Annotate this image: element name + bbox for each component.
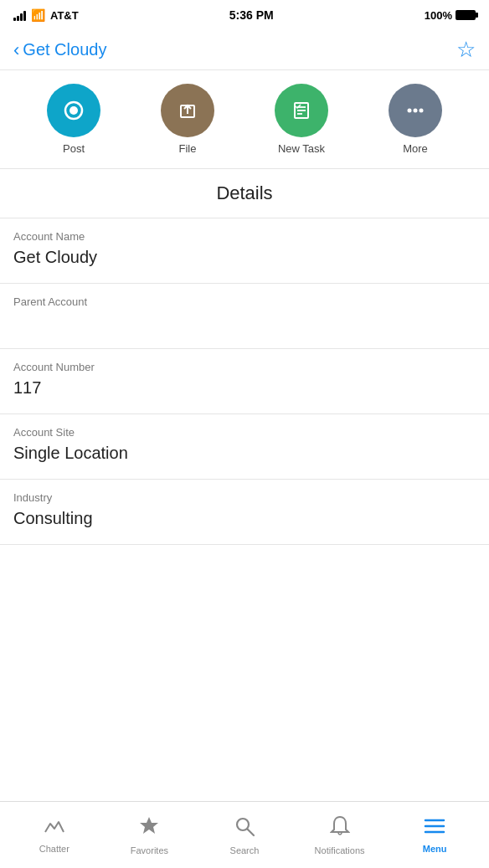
account-name-value: Get Cloudy	[13, 248, 476, 271]
file-circle-icon	[161, 84, 214, 137]
favorites-label: Favorites	[131, 845, 168, 855]
svg-line-13	[247, 829, 254, 835]
content-area: Details Account Name Get Cloudy Parent A…	[0, 169, 489, 612]
back-button[interactable]: ‹ Get Cloudy	[13, 40, 106, 59]
tab-notifications[interactable]: Notifications	[292, 815, 388, 855]
tab-search[interactable]: Search	[197, 815, 292, 855]
account-number-field: Account Number 117	[0, 349, 489, 414]
nav-bar: ‹ Get Cloudy ☆	[0, 30, 489, 70]
file-label: File	[179, 142, 197, 155]
wifi-icon: 📶	[31, 8, 45, 22]
battery-percent: 100%	[425, 9, 452, 22]
account-number-label: Account Number	[13, 361, 476, 373]
more-circle-icon	[389, 84, 442, 137]
industry-field: Industry Consulting	[0, 480, 489, 545]
more-label: More	[403, 142, 428, 155]
svg-point-10	[420, 109, 424, 113]
tab-chatter[interactable]: Chatter	[7, 817, 102, 854]
notifications-label: Notifications	[315, 845, 365, 855]
battery-icon	[456, 10, 476, 20]
more-svg-icon	[402, 97, 429, 124]
status-time: 5:36 PM	[229, 8, 274, 22]
notifications-icon	[330, 815, 350, 842]
post-circle-icon	[47, 84, 100, 137]
account-number-value: 117	[13, 378, 476, 402]
post-svg-icon	[60, 97, 87, 124]
industry-label: Industry	[13, 491, 476, 504]
search-label: Search	[230, 845, 260, 855]
action-more[interactable]: More	[389, 84, 442, 155]
status-bar: 📶 AT&T 5:36 PM 100%	[0, 0, 489, 30]
parent-account-label: Parent Account	[13, 295, 476, 308]
parent-account-field: Parent Account	[0, 284, 489, 349]
action-post[interactable]: Post	[47, 84, 100, 155]
chatter-icon	[44, 817, 65, 840]
signal-bars-icon	[13, 9, 26, 21]
quick-actions-bar: Post File New Task	[0, 70, 489, 169]
carrier-name: AT&T	[50, 9, 79, 22]
section-title: Details	[0, 169, 489, 218]
back-label: Get Cloudy	[23, 40, 106, 59]
tab-bar: Chatter Favorites Search Notifications	[0, 801, 489, 868]
account-site-field: Account Site Single Location	[0, 414, 489, 480]
new-task-circle-icon	[275, 84, 328, 137]
search-icon	[234, 815, 255, 842]
industry-value: Consulting	[13, 509, 476, 532]
tab-menu[interactable]: Menu	[387, 817, 482, 854]
file-svg-icon	[174, 97, 201, 124]
account-name-label: Account Name	[13, 230, 476, 243]
svg-point-9	[414, 109, 418, 113]
parent-account-value	[13, 313, 476, 336]
status-carrier: 📶 AT&T	[13, 8, 79, 22]
status-battery: 100%	[425, 9, 476, 22]
account-site-label: Account Site	[13, 426, 476, 439]
favorites-icon	[138, 815, 160, 842]
action-file[interactable]: File	[161, 84, 214, 155]
svg-point-1	[69, 106, 78, 115]
action-new-task[interactable]: New Task	[275, 84, 328, 155]
chatter-label: Chatter	[39, 844, 69, 854]
new-task-label: New Task	[278, 142, 325, 155]
post-label: Post	[63, 142, 85, 155]
svg-marker-11	[140, 817, 158, 834]
back-chevron-icon: ‹	[13, 41, 19, 59]
tab-favorites[interactable]: Favorites	[102, 815, 198, 855]
menu-icon	[424, 817, 445, 840]
menu-label: Menu	[423, 844, 447, 854]
account-site-value: Single Location	[13, 444, 476, 467]
account-name-field: Account Name Get Cloudy	[0, 218, 489, 284]
task-svg-icon	[288, 97, 315, 124]
svg-point-8	[408, 109, 412, 113]
favorite-star-button[interactable]: ☆	[456, 37, 476, 63]
